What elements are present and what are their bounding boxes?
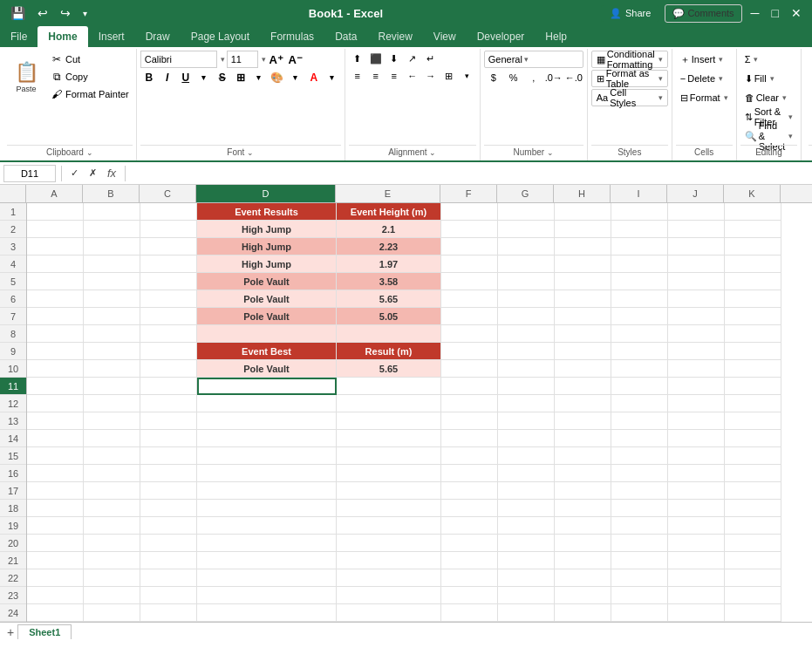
cell-e9[interactable]: Result (m)	[337, 343, 441, 360]
cell-h7[interactable]	[555, 308, 611, 325]
decimal-decrease-btn[interactable]: ←.0	[564, 70, 583, 85]
percent-btn[interactable]: %	[504, 70, 523, 85]
col-header-g[interactable]: G	[497, 185, 554, 202]
cell-i7[interactable]	[611, 308, 668, 325]
fill-color-button[interactable]: 🎨	[269, 70, 286, 85]
cell-b12[interactable]	[84, 395, 140, 412]
font-name-dropdown-arrow[interactable]: ▾	[221, 55, 225, 64]
col-header-f[interactable]: F	[440, 185, 497, 202]
cell-i1[interactable]	[611, 203, 668, 221]
tab-page-layout[interactable]: Page Layout	[181, 26, 260, 47]
cell-e12[interactable]	[337, 395, 441, 412]
col-header-d[interactable]: D	[196, 185, 336, 202]
cell-b6[interactable]	[84, 290, 140, 308]
row-num-18[interactable]: 18	[0, 500, 26, 517]
copy-button[interactable]: ⧉ Copy	[47, 68, 133, 85]
cell-i6[interactable]	[611, 290, 668, 308]
cell-g8[interactable]	[498, 325, 555, 343]
col-header-i[interactable]: I	[611, 185, 667, 202]
cell-k9[interactable]	[725, 343, 781, 360]
cell-c6[interactable]	[140, 290, 197, 308]
cell-g10[interactable]	[498, 360, 555, 378]
cell-k8[interactable]	[725, 325, 781, 343]
cell-k6[interactable]	[725, 290, 781, 308]
cell-h1[interactable]	[555, 203, 611, 221]
cell-c4[interactable]	[140, 256, 197, 273]
cell-c9[interactable]	[140, 343, 197, 360]
cell-i5[interactable]	[611, 273, 668, 290]
cell-k11[interactable]	[725, 378, 781, 395]
cell-k2[interactable]	[725, 221, 781, 238]
orientation-btn[interactable]: ↗	[404, 51, 421, 66]
tab-home[interactable]: Home	[38, 26, 87, 47]
row-num-4[interactable]: 4	[0, 256, 26, 273]
cell-styles-btn[interactable]: Aa Cell Styles ▾	[591, 89, 668, 106]
row-num-24[interactable]: 24	[0, 604, 26, 622]
maximize-btn[interactable]: □	[768, 4, 782, 22]
cell-g7[interactable]	[498, 308, 555, 325]
cell-a3[interactable]	[27, 238, 84, 256]
clear-btn[interactable]: 🗑 Clear ▾	[740, 89, 798, 106]
cell-d1[interactable]: Event Results	[197, 203, 337, 221]
cell-d10[interactable]: Pole Vault	[197, 360, 337, 378]
cell-a4[interactable]	[27, 256, 84, 273]
cell-h5[interactable]	[555, 273, 611, 290]
cell-d6[interactable]: Pole Vault	[197, 290, 337, 308]
strikethrough-button[interactable]: S	[214, 70, 231, 85]
tab-help[interactable]: Help	[535, 26, 577, 47]
tab-file[interactable]: File	[0, 26, 38, 47]
more-quick-btn[interactable]: ▾	[79, 7, 91, 20]
row-num-14[interactable]: 14	[0, 430, 26, 447]
row-num-15[interactable]: 15	[0, 447, 26, 465]
cell-i11[interactable]	[611, 378, 668, 395]
cell-c1[interactable]	[140, 203, 197, 221]
cell-k10[interactable]	[725, 360, 781, 378]
italic-button[interactable]: I	[159, 70, 176, 85]
cell-h10[interactable]	[555, 360, 611, 378]
border-dropdown[interactable]: ▾	[250, 70, 268, 85]
add-sheet-btn[interactable]: +	[3, 625, 17, 639]
cell-b9[interactable]	[84, 343, 140, 360]
comma-btn[interactable]: ,	[524, 70, 543, 85]
paste-button[interactable]: 📋 Paste	[7, 51, 45, 103]
cell-e8[interactable]	[337, 325, 441, 343]
row-num-21[interactable]: 21	[0, 552, 26, 569]
cell-c8[interactable]	[140, 325, 197, 343]
font-size-input[interactable]	[227, 51, 258, 68]
cell-e2[interactable]: 2.1	[337, 221, 441, 238]
cell-e4[interactable]: 1.97	[337, 256, 441, 273]
row-num-20[interactable]: 20	[0, 535, 26, 552]
row-num-8[interactable]: 8	[0, 325, 26, 343]
minimize-btn[interactable]: ─	[747, 4, 763, 22]
fill-btn[interactable]: ⬇ Fill ▾	[740, 70, 798, 87]
align-right-btn[interactable]: ≡	[386, 68, 403, 84]
font-increase-btn[interactable]: A⁺	[268, 51, 285, 67]
cell-a12[interactable]	[27, 395, 84, 412]
cell-i3[interactable]	[611, 238, 668, 256]
cell-e5[interactable]: 3.58	[337, 273, 441, 290]
cell-c5[interactable]	[140, 273, 197, 290]
row-num-22[interactable]: 22	[0, 569, 26, 587]
cell-g2[interactable]	[498, 221, 555, 238]
cell-e6[interactable]: 5.65	[337, 290, 441, 308]
cell-a11[interactable]	[27, 378, 84, 395]
cell-g12[interactable]	[498, 395, 555, 412]
cell-c2[interactable]	[140, 221, 197, 238]
tab-draw[interactable]: Draw	[135, 26, 181, 47]
cell-b8[interactable]	[84, 325, 140, 343]
cell-j7[interactable]	[668, 308, 725, 325]
cell-f7[interactable]	[441, 308, 498, 325]
tab-data[interactable]: Data	[324, 26, 367, 47]
find-select-btn[interactable]: 🔍 Find & Select ▾	[740, 127, 798, 145]
cell-d3[interactable]: High Jump	[197, 238, 337, 256]
cell-d2[interactable]: High Jump	[197, 221, 337, 238]
delete-cells-btn[interactable]: − Delete ▾	[676, 70, 733, 87]
cell-i12[interactable]	[611, 395, 668, 412]
cell-b5[interactable]	[84, 273, 140, 290]
cell-c11[interactable]	[140, 378, 197, 395]
row-num-23[interactable]: 23	[0, 587, 26, 604]
cell-g11[interactable]	[498, 378, 555, 395]
cell-h8[interactable]	[555, 325, 611, 343]
cell-k5[interactable]	[725, 273, 781, 290]
cell-g5[interactable]	[498, 273, 555, 290]
